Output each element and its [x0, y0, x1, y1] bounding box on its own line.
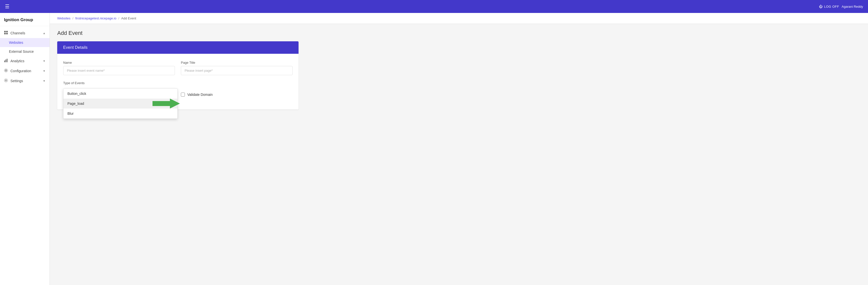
dropdown-item-page-load[interactable]: Page_load	[63, 98, 177, 109]
power-icon: ⏻	[819, 4, 823, 8]
page-title: Add Event	[57, 30, 861, 36]
channels-icon	[4, 31, 8, 36]
configuration-icon	[4, 68, 8, 74]
card-body: Name Page Title Type of Events	[57, 54, 299, 110]
analytics-icon	[4, 58, 8, 63]
user-name: Agarani Reddy	[842, 5, 863, 8]
settings-chevron: ▼	[43, 79, 45, 82]
websites-label: Websites	[9, 40, 45, 45]
page-title-input[interactable]	[181, 66, 292, 75]
name-label: Name	[63, 61, 175, 64]
svg-rect-2	[4, 33, 6, 34]
dropdown-item-blur[interactable]: Blur	[63, 109, 177, 118]
page-load-label: Page_load	[67, 102, 84, 106]
svg-rect-4	[4, 60, 5, 62]
hamburger-icon[interactable]: ☰	[5, 3, 9, 9]
dropdown-item-button-click[interactable]: Button_click	[63, 89, 177, 98]
form-group-type: Type of Events Button_click Page_load	[63, 81, 175, 88]
dropdown-menu: Button_click Page_load	[63, 88, 178, 119]
analytics-chevron: ▼	[43, 59, 45, 62]
analytics-label: Analytics	[10, 59, 40, 63]
sidebar-item-settings[interactable]: Settings ▼	[0, 76, 50, 86]
configuration-label: Configuration	[10, 69, 40, 73]
card-header: Event Details	[57, 41, 299, 54]
sidebar-brand: Ignition Group	[0, 13, 50, 26]
form-group-name: Name	[63, 61, 175, 75]
card-header-title: Event Details	[63, 45, 88, 50]
name-input[interactable]	[63, 66, 175, 75]
logoff-button[interactable]: ⏻ LOG OFF	[819, 4, 839, 8]
breadcrumb: Websites / firstnicepagetest.nicepage.io…	[50, 13, 868, 24]
content-area: Websites / firstnicepagetest.nicepage.io…	[50, 13, 868, 285]
header-right: ⏻ LOG OFF Agarani Reddy	[819, 4, 863, 8]
form-group-page-title: Page Title	[181, 61, 292, 75]
header-left: ☰	[5, 3, 9, 9]
form-row-type-validate: Type of Events Button_click Page_load	[63, 81, 292, 96]
breadcrumb-sep1: /	[72, 17, 73, 20]
event-details-card: Event Details Name Page Title	[57, 41, 299, 110]
svg-rect-6	[7, 59, 7, 62]
svg-point-7	[5, 70, 7, 71]
svg-point-8	[5, 80, 6, 81]
sidebar: Ignition Group Channels ▲ Websites Exter…	[0, 13, 50, 285]
validate-domain-checkbox[interactable]	[181, 93, 185, 96]
sidebar-item-configuration[interactable]: Configuration ▼	[0, 66, 50, 76]
page-content: Add Event Event Details Name Page Title	[50, 24, 868, 115]
settings-icon	[4, 78, 8, 83]
sidebar-item-analytics[interactable]: Analytics ▼	[0, 56, 50, 66]
logoff-label: LOG OFF	[824, 5, 839, 8]
breadcrumb-domain[interactable]: firstnicepagetest.nicepage.io	[75, 17, 117, 20]
settings-label: Settings	[10, 79, 40, 83]
breadcrumb-websites[interactable]: Websites	[57, 17, 70, 20]
validate-section: Validate Domain	[181, 91, 292, 96]
form-row-name-page: Name Page Title	[63, 61, 292, 75]
form-right-col: Validate Domain	[181, 81, 292, 96]
sidebar-item-websites[interactable]: Websites	[0, 38, 50, 47]
sidebar-item-channels[interactable]: Channels ▲	[0, 28, 50, 38]
button-click-label: Button_click	[67, 92, 86, 95]
svg-rect-0	[4, 31, 6, 32]
channels-label: Channels	[10, 31, 40, 35]
main-layout: Ignition Group Channels ▲ Websites Exter…	[0, 13, 868, 285]
svg-rect-3	[6, 33, 8, 34]
svg-rect-1	[6, 31, 8, 32]
breadcrumb-sep2: /	[118, 17, 119, 20]
type-label: Type of Events	[63, 81, 175, 85]
channels-chevron: ▲	[43, 32, 45, 35]
configuration-chevron: ▼	[43, 69, 45, 73]
sidebar-nav: Channels ▲ Websites External Source Anal…	[0, 26, 50, 285]
sidebar-item-external-source[interactable]: External Source	[0, 47, 50, 56]
svg-rect-5	[5, 59, 6, 62]
validate-domain-label: Validate Domain	[187, 93, 213, 96]
external-source-label: External Source	[9, 50, 45, 54]
svg-marker-9	[153, 98, 180, 109]
page-title-label: Page Title	[181, 61, 292, 64]
blur-label: Blur	[67, 112, 74, 115]
top-header: ☰ ⏻ LOG OFF Agarani Reddy	[0, 0, 868, 13]
breadcrumb-current: Add Event	[121, 17, 136, 20]
green-arrow-icon	[153, 98, 180, 109]
